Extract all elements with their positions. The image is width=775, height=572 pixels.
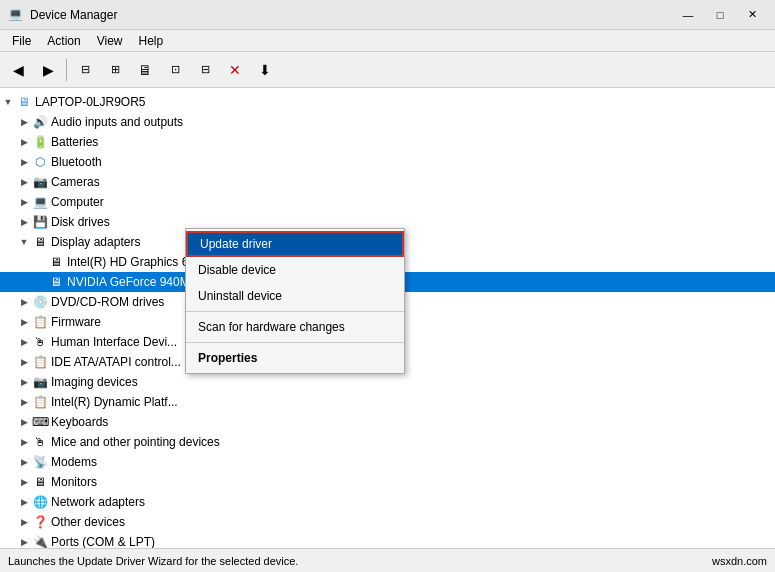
maximize-button[interactable]: □ bbox=[705, 5, 735, 25]
tree-item-audio[interactable]: ▶ 🔊 Audio inputs and outputs bbox=[0, 112, 775, 132]
ctx-disable-device[interactable]: Disable device bbox=[186, 257, 404, 283]
title-controls: — □ ✕ bbox=[673, 5, 767, 25]
monitors-icon: 🖥 bbox=[32, 474, 48, 490]
ctx-uninstall-device[interactable]: Uninstall device bbox=[186, 283, 404, 309]
expand-computer[interactable]: ▶ bbox=[16, 194, 32, 210]
tree-item-cameras[interactable]: ▶ 📷 Cameras bbox=[0, 172, 775, 192]
forward-button[interactable]: ▶ bbox=[34, 56, 62, 84]
menu-view[interactable]: View bbox=[89, 32, 131, 50]
bluetooth-icon: ⬡ bbox=[32, 154, 48, 170]
close-button[interactable]: ✕ bbox=[737, 5, 767, 25]
status-text: Launches the Update Driver Wizard for th… bbox=[8, 555, 298, 567]
dvd-label: DVD/CD-ROM drives bbox=[51, 295, 164, 309]
firmware-label: Firmware bbox=[51, 315, 101, 329]
expand-imaging[interactable]: ▶ bbox=[16, 374, 32, 390]
intel-dynamic-label: Intel(R) Dynamic Platf... bbox=[51, 395, 178, 409]
dvd-icon: 💿 bbox=[32, 294, 48, 310]
delete-button[interactable]: ✕ bbox=[221, 56, 249, 84]
expand-intel-dynamic[interactable]: ▶ bbox=[16, 394, 32, 410]
ctx-update-driver-label: Update driver bbox=[200, 237, 272, 251]
tree-root[interactable]: ▼ 🖥 LAPTOP-0LJR9OR5 bbox=[0, 92, 775, 112]
ports-label: Ports (COM & LPT) bbox=[51, 535, 155, 548]
ports-icon: 🔌 bbox=[32, 534, 48, 548]
expand-audio[interactable]: ▶ bbox=[16, 114, 32, 130]
computer-label: Computer bbox=[51, 195, 104, 209]
ctx-disable-device-label: Disable device bbox=[198, 263, 276, 277]
back-button[interactable]: ◀ bbox=[4, 56, 32, 84]
ctx-uninstall-device-label: Uninstall device bbox=[198, 289, 282, 303]
expand-modems[interactable]: ▶ bbox=[16, 454, 32, 470]
audio-label: Audio inputs and outputs bbox=[51, 115, 183, 129]
expand-mice[interactable]: ▶ bbox=[16, 434, 32, 450]
expand-network[interactable]: ▶ bbox=[16, 494, 32, 510]
update-driver-button[interactable]: ⊞ bbox=[101, 56, 129, 84]
mice-label: Mice and other pointing devices bbox=[51, 435, 220, 449]
tree-item-imaging[interactable]: ▶ 📷 Imaging devices bbox=[0, 372, 775, 392]
monitors-label: Monitors bbox=[51, 475, 97, 489]
properties-button[interactable]: ⊟ bbox=[71, 56, 99, 84]
tree-item-intel-dynamic[interactable]: ▶ 📋 Intel(R) Dynamic Platf... bbox=[0, 392, 775, 412]
minimize-button[interactable]: — bbox=[673, 5, 703, 25]
toolbar-separator-1 bbox=[66, 59, 67, 81]
tree-item-modems[interactable]: ▶ 📡 Modems bbox=[0, 452, 775, 472]
menu-help[interactable]: Help bbox=[131, 32, 172, 50]
menu-action[interactable]: Action bbox=[39, 32, 88, 50]
scan-button[interactable]: ⊡ bbox=[161, 56, 189, 84]
ctx-separator-2 bbox=[186, 342, 404, 343]
imaging-icon: 📷 bbox=[32, 374, 48, 390]
intel-dynamic-icon: 📋 bbox=[32, 394, 48, 410]
tree-item-keyboards[interactable]: ▶ ⌨ Keyboards bbox=[0, 412, 775, 432]
expand-firmware[interactable]: ▶ bbox=[16, 314, 32, 330]
other-icon: ❓ bbox=[32, 514, 48, 530]
keyboards-icon: ⌨ bbox=[32, 414, 48, 430]
firmware-icon: 📋 bbox=[32, 314, 48, 330]
tree-item-ports[interactable]: ▶ 🔌 Ports (COM & LPT) bbox=[0, 532, 775, 548]
tree-item-computer[interactable]: ▶ 💻 Computer bbox=[0, 192, 775, 212]
mice-icon: 🖱 bbox=[32, 434, 48, 450]
intel-hd-icon: 🖥 bbox=[48, 254, 64, 270]
expand-root[interactable]: ▼ bbox=[0, 94, 16, 110]
intel-hd-label: Intel(R) HD Graphics 620 bbox=[67, 255, 202, 269]
expand-ports[interactable]: ▶ bbox=[16, 534, 32, 548]
expand-display[interactable]: ▼ bbox=[16, 234, 32, 250]
expand-dvd[interactable]: ▶ bbox=[16, 294, 32, 310]
menu-bar: File Action View Help bbox=[0, 30, 775, 52]
tree-item-bluetooth[interactable]: ▶ ⬡ Bluetooth bbox=[0, 152, 775, 172]
tree-item-network[interactable]: ▶ 🌐 Network adapters bbox=[0, 492, 775, 512]
ctx-properties[interactable]: Properties bbox=[186, 345, 404, 371]
menu-file[interactable]: File bbox=[4, 32, 39, 50]
network-label: Network adapters bbox=[51, 495, 145, 509]
expand-bluetooth[interactable]: ▶ bbox=[16, 154, 32, 170]
tree-item-other[interactable]: ▶ ❓ Other devices bbox=[0, 512, 775, 532]
expand-cameras[interactable]: ▶ bbox=[16, 174, 32, 190]
expand-diskdrives[interactable]: ▶ bbox=[16, 214, 32, 230]
cameras-icon: 📷 bbox=[32, 174, 48, 190]
ctx-scan-hardware-label: Scan for hardware changes bbox=[198, 320, 345, 334]
app-icon: 💻 bbox=[8, 7, 24, 23]
expand-monitors[interactable]: ▶ bbox=[16, 474, 32, 490]
ide-icon: 📋 bbox=[32, 354, 48, 370]
ctx-properties-label: Properties bbox=[198, 351, 257, 365]
download-button[interactable]: ⬇ bbox=[251, 56, 279, 84]
cameras-label: Cameras bbox=[51, 175, 100, 189]
expand-keyboards[interactable]: ▶ bbox=[16, 414, 32, 430]
remove-button[interactable]: ⊟ bbox=[191, 56, 219, 84]
other-label: Other devices bbox=[51, 515, 125, 529]
tree-item-batteries[interactable]: ▶ 🔋 Batteries bbox=[0, 132, 775, 152]
ctx-scan-hardware[interactable]: Scan for hardware changes bbox=[186, 314, 404, 340]
bluetooth-label: Bluetooth bbox=[51, 155, 102, 169]
expand-human-interface[interactable]: ▶ bbox=[16, 334, 32, 350]
device-manager-button[interactable]: 🖥 bbox=[131, 56, 159, 84]
display-label: Display adapters bbox=[51, 235, 140, 249]
expand-other[interactable]: ▶ bbox=[16, 514, 32, 530]
ctx-update-driver[interactable]: Update driver bbox=[186, 231, 404, 257]
expand-ide[interactable]: ▶ bbox=[16, 354, 32, 370]
nvidia-label: NVIDIA GeForce 940MX bbox=[67, 275, 198, 289]
batteries-label: Batteries bbox=[51, 135, 98, 149]
tree-item-monitors[interactable]: ▶ 🖥 Monitors bbox=[0, 472, 775, 492]
keyboards-label: Keyboards bbox=[51, 415, 108, 429]
network-icon: 🌐 bbox=[32, 494, 48, 510]
tree-item-mice[interactable]: ▶ 🖱 Mice and other pointing devices bbox=[0, 432, 775, 452]
display-icon: 🖥 bbox=[32, 234, 48, 250]
expand-batteries[interactable]: ▶ bbox=[16, 134, 32, 150]
